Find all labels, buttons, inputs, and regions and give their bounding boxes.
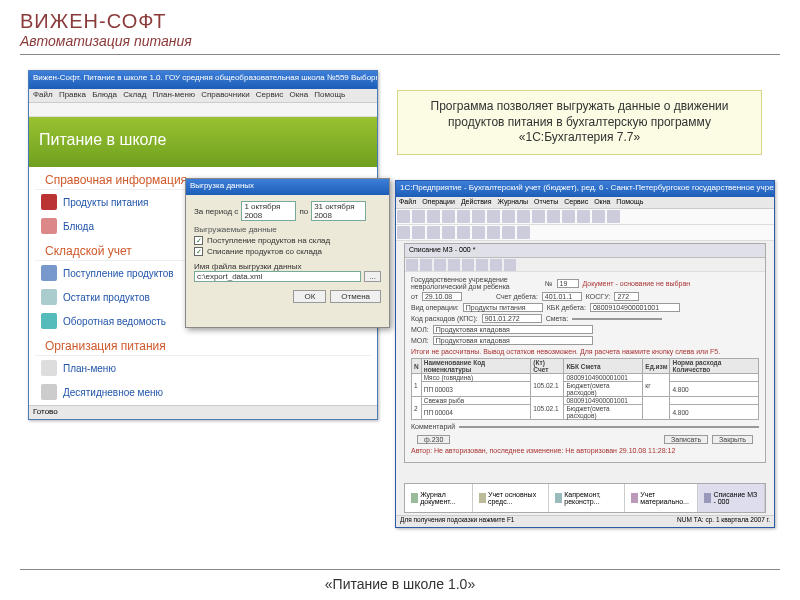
comment-input[interactable] xyxy=(459,426,759,428)
tool-icon[interactable] xyxy=(457,210,470,223)
tool-icon[interactable] xyxy=(490,259,502,271)
browse-button[interactable]: ... xyxy=(364,271,381,282)
table-row[interactable]: 1 Мясо (говядина) 105.02.1 0800910490000… xyxy=(412,374,759,382)
date-from-input[interactable]: 1 октября 2008 xyxy=(241,201,296,221)
menu-item[interactable]: Склад xyxy=(123,90,146,99)
menu-item[interactable]: Операции xyxy=(422,198,455,205)
op-label: Вид операции: xyxy=(411,304,459,311)
num-input[interactable]: 19 xyxy=(557,279,579,288)
tool-icon[interactable] xyxy=(487,210,500,223)
cell: Бюджет(смета расходов) xyxy=(564,382,643,397)
cell: 2 xyxy=(412,397,422,420)
tool-icon[interactable] xyxy=(476,259,488,271)
nav-label: Блюда xyxy=(63,221,94,232)
schet-input[interactable]: 401.01.1 xyxy=(542,292,582,301)
onec-menubar[interactable]: Файл Операции Действия Журналы Отчеты Се… xyxy=(396,197,774,209)
table-row[interactable]: ПП 00003 Бюджет(смета расходов) 4.800 xyxy=(412,382,759,397)
write-button[interactable]: Записать xyxy=(664,435,708,444)
tab-item[interactable]: Учет материально... xyxy=(625,484,699,512)
onec-tabs[interactable]: Журнал документ... Учет основных средс..… xyxy=(404,483,766,513)
tool-icon[interactable] xyxy=(397,226,410,239)
tool-icon[interactable] xyxy=(442,210,455,223)
mol-dropdown[interactable]: Продуктовая кладовая xyxy=(433,325,593,334)
tool-icon[interactable] xyxy=(592,210,605,223)
doc-icon xyxy=(704,493,711,503)
status-right: NUM ТА: ср. 1 квартала 2007 г. xyxy=(677,516,770,527)
menu-item[interactable]: Действия xyxy=(461,198,492,205)
tool-icon[interactable] xyxy=(462,259,474,271)
tool-icon[interactable] xyxy=(502,210,515,223)
nav-planmenu[interactable]: План-меню xyxy=(29,356,377,380)
close-button[interactable]: Закрыть xyxy=(712,435,753,444)
tab-item-active[interactable]: Списание МЗ - 000 xyxy=(698,484,765,512)
tool-icon[interactable] xyxy=(504,259,516,271)
ok-button[interactable]: ОК xyxy=(293,290,326,303)
tool-icon[interactable] xyxy=(472,226,485,239)
menu-item[interactable]: Сервис xyxy=(564,198,588,205)
document-window: Списание МЗ - 000 * Государственное учре… xyxy=(404,243,766,463)
nav-label: Продукты питания xyxy=(63,197,149,208)
menu-item[interactable]: План-меню xyxy=(153,90,195,99)
tool-icon[interactable] xyxy=(406,259,418,271)
tool-icon[interactable] xyxy=(442,226,455,239)
tab-item[interactable]: Журнал документ... xyxy=(405,484,473,512)
kps-input[interactable]: 901.01.272 xyxy=(482,314,542,323)
tool-icon[interactable] xyxy=(577,210,590,223)
checkbox-receipt[interactable]: ✓Поступление продуктов на склад xyxy=(194,236,381,245)
tool-icon[interactable] xyxy=(532,210,545,223)
menu-item[interactable]: Файл xyxy=(33,90,53,99)
tool-icon[interactable] xyxy=(434,259,446,271)
doc-toolbar[interactable] xyxy=(405,258,765,272)
kbk-input[interactable]: 08009104900001001 xyxy=(590,303,680,312)
menu-item[interactable]: Правка xyxy=(59,90,86,99)
menu-item[interactable]: Окна xyxy=(289,90,308,99)
onec-toolbar-2[interactable] xyxy=(396,225,774,241)
file-path-input[interactable]: c:\export_data.xml xyxy=(194,271,361,282)
onec-toolbar[interactable] xyxy=(396,209,774,225)
app-menubar[interactable]: Файл Правка Блюда Склад План-меню Справо… xyxy=(29,89,377,103)
table-row[interactable]: 2 Свежая рыба 105.02.1 08009104900001001 xyxy=(412,397,759,405)
tool-icon[interactable] xyxy=(472,210,485,223)
menu-item[interactable]: Отчеты xyxy=(534,198,558,205)
nav-label: Остатки продуктов xyxy=(63,292,150,303)
tool-icon[interactable] xyxy=(448,259,460,271)
tab-label: Учет основных средс... xyxy=(488,491,542,505)
tool-icon[interactable] xyxy=(427,210,440,223)
menu-item[interactable]: Окна xyxy=(594,198,610,205)
tool-icon[interactable] xyxy=(547,210,560,223)
kosgu-input[interactable]: 272 xyxy=(614,292,639,301)
menu-item[interactable]: Помощь xyxy=(314,90,345,99)
checkbox-writeoff[interactable]: ✓Списание продуктов со склада xyxy=(194,247,381,256)
op-input[interactable]: Продукты питания xyxy=(463,303,543,312)
menu-item[interactable]: Журналы xyxy=(498,198,529,205)
tool-icon[interactable] xyxy=(397,210,410,223)
menu-item[interactable]: Файл xyxy=(399,198,416,205)
table-row[interactable]: ПП 00004 Бюджет(смета расходов) 4.800 xyxy=(412,405,759,420)
tool-icon[interactable] xyxy=(427,226,440,239)
tool-icon[interactable] xyxy=(457,226,470,239)
menu-item[interactable]: Блюда xyxy=(92,90,117,99)
menu-item[interactable]: Сервис xyxy=(256,90,283,99)
f230-button[interactable]: ф.230 xyxy=(417,435,450,444)
tool-icon[interactable] xyxy=(607,210,620,223)
tool-icon[interactable] xyxy=(562,210,575,223)
tool-icon[interactable] xyxy=(517,226,530,239)
menu-item[interactable]: Помощь xyxy=(616,198,643,205)
tab-item[interactable]: Учет основных средс... xyxy=(473,484,549,512)
cell: 1 xyxy=(412,374,422,397)
tab-item[interactable]: Капремонт, реконстр... xyxy=(549,484,625,512)
date-to-input[interactable]: 31 октября 2008 xyxy=(311,201,366,221)
cancel-button[interactable]: Отмена xyxy=(330,290,381,303)
tool-icon[interactable] xyxy=(517,210,530,223)
mol2-dropdown[interactable]: Продуктовая кладовая xyxy=(433,336,593,345)
nav-label: План-меню xyxy=(63,363,116,374)
tool-icon[interactable] xyxy=(420,259,432,271)
smeta-input[interactable] xyxy=(572,318,662,320)
tool-icon[interactable] xyxy=(502,226,515,239)
tool-icon[interactable] xyxy=(487,226,500,239)
tool-icon[interactable] xyxy=(412,226,425,239)
menu-item[interactable]: Справочники xyxy=(201,90,249,99)
tool-icon[interactable] xyxy=(412,210,425,223)
nav-tenday[interactable]: Десятидневное меню xyxy=(29,380,377,404)
date-input[interactable]: 29.10.08 xyxy=(422,292,462,301)
